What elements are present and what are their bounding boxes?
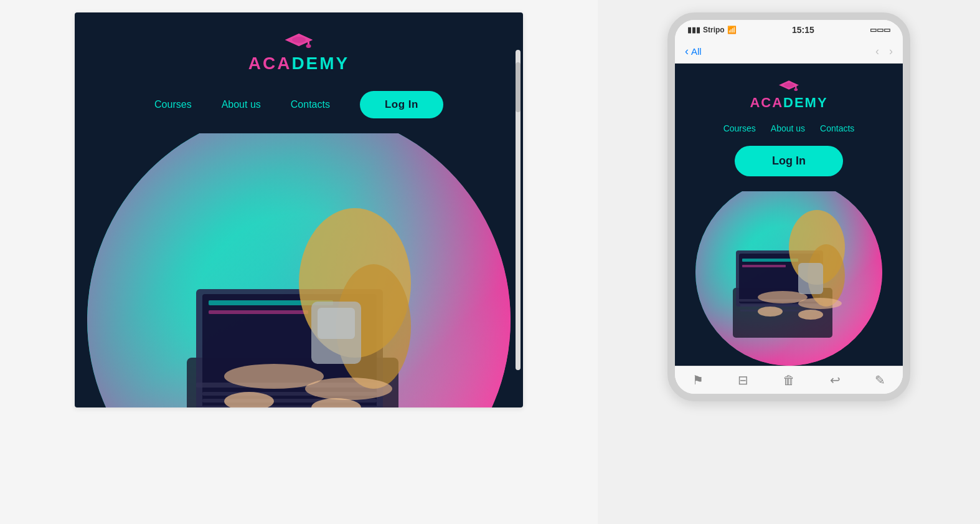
svg-point-39	[798, 298, 842, 309]
desktop-email-wrapper: ACADEMY Courses About us Contacts Log In	[75, 12, 523, 407]
svg-point-26	[794, 88, 798, 91]
phone-nav-courses[interactable]: Courses	[723, 123, 756, 133]
login-button-desktop[interactable]: Log In	[360, 91, 443, 118]
phone-login-button[interactable]: Log In	[735, 146, 843, 176]
svg-point-41	[798, 310, 823, 320]
graduation-cap-icon	[285, 31, 313, 51]
svg-point-24	[784, 83, 794, 87]
svg-point-40	[758, 307, 783, 317]
phone-status-bar: ▮▮▮ Stripo 📶 15:15 ▭▭▭	[675, 20, 903, 40]
svg-rect-31	[742, 259, 798, 262]
reply-icon[interactable]: ↩	[830, 373, 841, 388]
desktop-logo-text: ACADEMY	[248, 54, 350, 74]
desktop-panel: ACADEMY Courses About us Contacts Log In	[0, 0, 598, 524]
logo-part2: DEMY	[291, 54, 349, 73]
svg-point-4	[306, 44, 311, 48]
compose-icon[interactable]: ✎	[875, 373, 885, 388]
nav-about-desktop[interactable]: About us	[222, 99, 261, 110]
phone-nav-about[interactable]: About us	[771, 123, 805, 133]
svg-rect-18	[318, 308, 355, 339]
phone-nav-bar: ‹ All ‹ ›	[675, 40, 903, 64]
mobile-panel: ▮▮▮ Stripo 📶 15:15 ▭▭▭ ‹ All ‹ ›	[598, 0, 980, 524]
phone-logo: ACADEMY	[750, 79, 827, 111]
email-header: ACADEMY Courses About us Contacts Log In	[75, 12, 523, 133]
phone-time: 15:15	[792, 25, 814, 35]
nav-contacts-desktop[interactable]: Contacts	[291, 99, 330, 110]
phone-logo-part1: ACA	[750, 95, 783, 110]
phone-frame: ▮▮▮ Stripo 📶 15:15 ▭▭▭ ‹ All ‹ ›	[667, 12, 910, 401]
phone-hero-circle	[695, 191, 882, 366]
next-arrow-icon[interactable]: ›	[889, 45, 893, 58]
hero-circle	[87, 133, 511, 407]
back-arrow-icon[interactable]: ‹	[685, 45, 689, 58]
trash-icon[interactable]: 🗑	[783, 373, 795, 388]
phone-nav-links: Courses About us Contacts	[723, 123, 855, 133]
desktop-email-preview: ACADEMY Courses About us Contacts Log In	[75, 12, 523, 407]
signal-bars-icon: ▮▮▮	[687, 26, 700, 34]
scrollbar-track[interactable]	[516, 50, 521, 370]
svg-rect-42	[798, 263, 823, 294]
desktop-logo: ACADEMY	[248, 31, 350, 74]
phone-email-header: ACADEMY Courses About us Contacts Log In	[675, 64, 903, 191]
all-label[interactable]: All	[691, 46, 702, 57]
desktop-hero	[75, 133, 523, 407]
phone-nav-contacts[interactable]: Contacts	[820, 123, 854, 133]
svg-point-2	[292, 37, 306, 43]
signal-area: ▮▮▮ Stripo 📶	[687, 26, 737, 34]
laptop-svg	[87, 133, 511, 407]
phone-graduation-cap-icon	[779, 79, 799, 93]
logo-part1: ACA	[248, 54, 292, 73]
svg-rect-32	[742, 265, 786, 267]
flag-icon[interactable]: ⚑	[692, 373, 704, 388]
phone-email-hero	[675, 191, 903, 366]
phone-logo-part2: DEMY	[783, 95, 828, 110]
phone-toolbar: ⚑ ⊟ 🗑 ↩ ✎	[675, 366, 903, 394]
phone-laptop-svg	[695, 191, 882, 366]
svg-rect-10	[209, 310, 308, 314]
folder-icon[interactable]: ⊟	[738, 373, 748, 388]
prev-arrow-icon[interactable]: ‹	[875, 45, 879, 58]
nav-arrows: ‹ ›	[875, 45, 893, 58]
phone-email-content: ACADEMY Courses About us Contacts Log In	[675, 64, 903, 366]
hero-circle-inner	[87, 133, 511, 407]
nav-courses-desktop[interactable]: Courses	[154, 99, 192, 110]
phone-hero-circle-inner	[695, 191, 882, 366]
phone-logo-text: ACADEMY	[750, 95, 827, 111]
wifi-icon: 📶	[727, 26, 737, 34]
desktop-nav: Courses About us Contacts Log In	[154, 91, 443, 118]
carrier-name: Stripo	[703, 26, 725, 34]
scrollbar-thumb[interactable]	[516, 62, 521, 112]
svg-point-20	[305, 378, 392, 400]
phone-battery: ▭▭▭	[870, 26, 890, 34]
